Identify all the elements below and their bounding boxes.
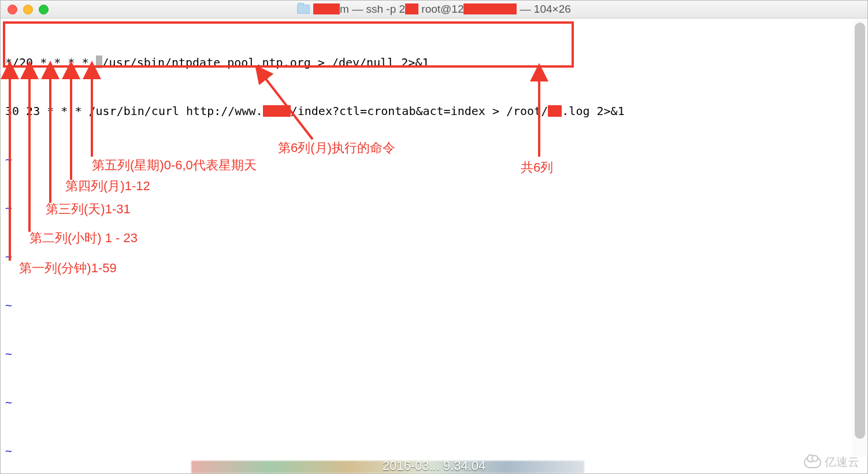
redacted-text: ■■	[405, 3, 418, 14]
line1-after: /usr/sbin/ntpdate pool.ntp.org > /dev/nu…	[102, 55, 429, 69]
line2-seg1: 30 23 * * * /usr/bin/curl http://www.	[5, 104, 263, 118]
close-icon[interactable]	[8, 5, 17, 14]
terminal-window: ■■■■m — ssh -p 2■■ root@12■■■■■■■■ — 104…	[0, 0, 868, 474]
line2-seg3: .log 2>&1	[562, 104, 624, 118]
vim-tilde: ~	[5, 394, 863, 410]
cursor-icon	[96, 55, 102, 68]
dock-timestamp: 2016-03... 9.34.04	[383, 458, 486, 473]
watermark: 亿速云	[804, 454, 859, 470]
line2-seg2: /index?ctl=crontab&act=index > /root/	[291, 104, 548, 118]
watermark-text: 亿速云	[825, 454, 859, 470]
title-ssh: m — ssh -p 2	[340, 3, 405, 15]
title-user-host: root@12	[418, 3, 463, 15]
vim-tilde: ~	[5, 200, 863, 216]
titlebar: ■■■■m — ssh -p 2■■ root@12■■■■■■■■ — 104…	[1, 1, 867, 18]
crontab-line-1: */20 * * * * /usr/sbin/ntpdate pool.ntp.…	[5, 54, 863, 71]
vim-tilde: ~	[5, 297, 863, 313]
vim-tilde: ~	[5, 346, 863, 362]
redacted-text: ■■■■	[263, 105, 291, 117]
vim-tilde: ~	[5, 249, 863, 265]
folder-icon	[297, 5, 310, 14]
terminal-body[interactable]: */20 * * * * /usr/sbin/ntpdate pool.ntp.…	[1, 18, 867, 474]
minimize-icon[interactable]	[23, 5, 33, 14]
maximize-icon[interactable]	[39, 5, 49, 14]
cloud-icon	[804, 457, 821, 468]
redacted-text: ■■■■	[313, 3, 340, 14]
window-title: ■■■■m — ssh -p 2■■ root@12■■■■■■■■ — 104…	[1, 3, 867, 16]
window-controls	[8, 5, 49, 14]
redacted-text: ■■	[548, 105, 562, 117]
title-dims: — 104×26	[517, 3, 571, 15]
vim-tilde: ~	[5, 151, 863, 168]
vim-tilde: ~	[5, 443, 863, 459]
scrollbar-thumb[interactable]	[855, 23, 865, 439]
crontab-line-2: 30 23 * * * /usr/bin/curl http://www.■■■…	[5, 103, 863, 119]
line1-before: */20 * * * *	[5, 55, 96, 69]
redacted-text: ■■■■■■■■	[463, 3, 517, 14]
